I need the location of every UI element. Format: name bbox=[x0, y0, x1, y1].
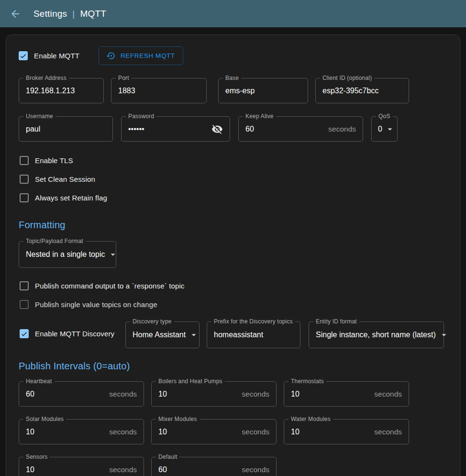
interval-water-field: Water Modules seconds bbox=[284, 419, 409, 444]
interval-unit: seconds bbox=[242, 465, 269, 474]
interval-thermostats-field: Thermostats seconds bbox=[284, 381, 409, 407]
retain-flag-checkbox[interactable] bbox=[20, 193, 29, 202]
dropdown-caret-icon bbox=[439, 330, 449, 340]
interval-heartbeat-input[interactable] bbox=[26, 390, 109, 399]
interval-thermostats-input[interactable] bbox=[291, 390, 374, 399]
check-icon bbox=[20, 52, 27, 60]
flags-group: Enable TLS Set Clean Session Always set … bbox=[20, 151, 453, 207]
interval-solar-label: Solar Modules bbox=[23, 416, 66, 422]
interval-unit: seconds bbox=[242, 428, 269, 436]
dropdown-caret-icon bbox=[385, 124, 395, 134]
port-field: Port bbox=[111, 78, 207, 103]
enable-discovery-label: Enable MQTT Discovery bbox=[35, 330, 114, 338]
password-input[interactable] bbox=[128, 125, 211, 133]
single-value-checkbox[interactable] bbox=[20, 300, 29, 309]
mqtt-settings-card: Enable MQTT REFRESH MQTT Broker Address … bbox=[6, 34, 460, 476]
keep-alive-unit: seconds bbox=[328, 125, 356, 133]
enable-tls-checkbox[interactable] bbox=[20, 156, 29, 165]
discovery-type-label: Discovery type bbox=[130, 318, 174, 325]
enable-mqtt-row: Enable MQTT REFRESH MQTT bbox=[19, 46, 453, 65]
entity-format-label: Entity ID format bbox=[313, 318, 359, 325]
port-input[interactable] bbox=[118, 87, 200, 95]
enable-mqtt-checkbox-row[interactable]: Enable MQTT bbox=[19, 51, 79, 60]
interval-boilers-input[interactable] bbox=[158, 390, 242, 399]
qos-label: QoS bbox=[376, 113, 393, 120]
discovery-type-select[interactable]: Home Assistant bbox=[125, 321, 200, 348]
keep-alive-label: Keep Alive bbox=[243, 113, 276, 120]
interval-water-label: Water Modules bbox=[288, 416, 333, 422]
keep-alive-field: Keep Alive seconds bbox=[238, 116, 363, 142]
toggle-password-visibility-button[interactable] bbox=[211, 123, 223, 135]
interval-boilers-label: Boilers and Heat Pumps bbox=[156, 378, 225, 385]
interval-solar-input[interactable] bbox=[26, 428, 109, 436]
retain-flag-label: Always set Retain flag bbox=[35, 194, 107, 202]
interval-default-field: Default seconds bbox=[151, 457, 277, 476]
discovery-prefix-label: Prefix for the Discovery topics bbox=[211, 318, 295, 325]
formatting-section-title: Formatting bbox=[19, 220, 453, 231]
broker-address-label: Broker Address bbox=[23, 75, 69, 81]
formatting-checkboxes: Publish command output to a `response` t… bbox=[20, 277, 453, 314]
discovery-prefix-input[interactable] bbox=[214, 331, 293, 339]
base-field: Base bbox=[218, 78, 308, 103]
clean-session-checkbox-row[interactable]: Set Clean Session bbox=[20, 170, 453, 188]
clean-session-checkbox[interactable] bbox=[20, 175, 29, 184]
client-id-input[interactable] bbox=[322, 87, 402, 95]
entity-format-value: Single instance, short name (latest) bbox=[316, 331, 436, 339]
enable-tls-checkbox-row[interactable]: Enable TLS bbox=[20, 151, 453, 170]
interval-unit: seconds bbox=[374, 390, 402, 399]
response-topic-checkbox[interactable] bbox=[20, 281, 29, 290]
interval-water-input[interactable] bbox=[291, 428, 374, 436]
response-topic-checkbox-row[interactable]: Publish command output to a `response` t… bbox=[20, 277, 453, 295]
connection-row-2: Username Password Keep Alive seconds QoS… bbox=[19, 116, 453, 142]
topic-format-row: Topic/Payload Format Nested in a single … bbox=[19, 241, 453, 268]
password-label: Password bbox=[126, 113, 156, 120]
discovery-type-field: Discovery type Home Assistant bbox=[125, 321, 200, 348]
connection-row-1: Broker Address Port Base Client ID (opti… bbox=[19, 78, 453, 103]
port-label: Port bbox=[116, 75, 132, 81]
interval-heartbeat-field: Heartbeat seconds bbox=[19, 381, 144, 407]
page-title-mqtt: MQTT bbox=[80, 9, 106, 19]
page-title-settings: Settings bbox=[33, 9, 67, 19]
client-id-field: Client ID (optional) bbox=[315, 78, 409, 103]
interval-mixer-label: Mixer Modules bbox=[156, 416, 200, 422]
discovery-prefix-field: Prefix for the Discovery topics bbox=[207, 321, 300, 348]
base-input[interactable] bbox=[225, 87, 301, 95]
username-label: Username bbox=[23, 113, 55, 120]
topic-format-value: Nested in a single topic bbox=[26, 250, 105, 259]
topic-format-select[interactable]: Nested in a single topic bbox=[19, 241, 116, 268]
discovery-row: Enable MQTT Discovery Discovery type Hom… bbox=[20, 321, 453, 348]
qos-select[interactable]: 0 bbox=[371, 116, 398, 142]
topic-format-label: Topic/Payload Format bbox=[23, 238, 86, 244]
entity-format-field: Entity ID format Single instance, short … bbox=[309, 321, 444, 348]
visibility-off-icon bbox=[211, 123, 223, 135]
topic-format-field: Topic/Payload Format Nested in a single … bbox=[19, 241, 116, 268]
refresh-mqtt-button[interactable]: REFRESH MQTT bbox=[99, 46, 183, 65]
qos-field: QoS 0 bbox=[371, 116, 398, 142]
page-title: Settings | MQTT bbox=[33, 9, 106, 19]
intervals-grid: Heartbeat seconds Boilers and Heat Pumps… bbox=[19, 381, 411, 476]
interval-mixer-input[interactable] bbox=[158, 428, 242, 436]
entity-format-select[interactable]: Single instance, short name (latest) bbox=[309, 321, 444, 348]
enable-discovery-checkbox[interactable] bbox=[20, 329, 29, 338]
discovery-type-value: Home Assistant bbox=[133, 331, 186, 339]
interval-solar-field: Solar Modules seconds bbox=[19, 419, 144, 444]
enable-mqtt-checkbox[interactable] bbox=[19, 51, 28, 60]
clean-session-label: Set Clean Session bbox=[35, 175, 95, 183]
single-value-checkbox-row[interactable]: Publish single value topics on change bbox=[20, 295, 453, 314]
keep-alive-input[interactable] bbox=[245, 125, 328, 133]
app-header: Settings | MQTT bbox=[0, 0, 466, 27]
interval-unit: seconds bbox=[109, 390, 137, 399]
enable-discovery-checkbox-row[interactable]: Enable MQTT Discovery bbox=[20, 329, 119, 338]
broker-address-input[interactable] bbox=[26, 87, 97, 95]
username-input[interactable] bbox=[26, 125, 106, 133]
intervals-section-title: Publish Intervals (0=auto) bbox=[19, 361, 453, 372]
retain-flag-checkbox-row[interactable]: Always set Retain flag bbox=[20, 188, 453, 207]
back-button[interactable] bbox=[9, 7, 22, 21]
dropdown-caret-icon bbox=[189, 330, 199, 340]
refresh-mqtt-button-label: REFRESH MQTT bbox=[121, 52, 175, 59]
interval-default-input[interactable] bbox=[158, 465, 242, 474]
arrow-back-icon bbox=[10, 8, 21, 20]
interval-boilers-field: Boilers and Heat Pumps seconds bbox=[151, 381, 277, 407]
interval-default-label: Default bbox=[156, 454, 179, 460]
interval-sensors-input[interactable] bbox=[26, 465, 109, 474]
